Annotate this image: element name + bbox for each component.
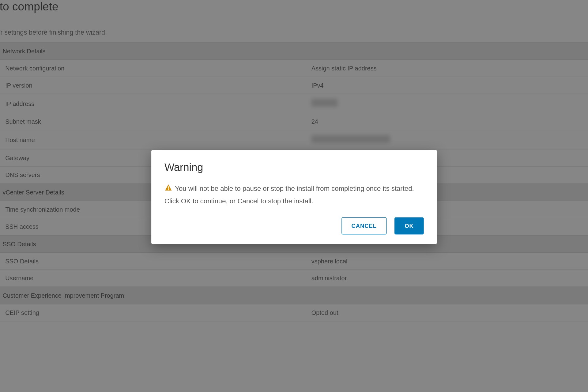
ok-button[interactable]: OK — [394, 217, 424, 235]
warning-icon — [164, 183, 172, 195]
dialog-message: You will not be able to pause or stop th… — [164, 185, 414, 205]
svg-rect-0 — [168, 186, 169, 188]
modal-overlay: Warning You will not be able to pause or… — [0, 0, 588, 392]
svg-rect-1 — [168, 189, 169, 190]
warning-dialog: Warning You will not be able to pause or… — [151, 150, 437, 244]
wizard-page: ady to complete iew your settings before… — [0, 0, 588, 392]
dialog-actions: CANCEL OK — [164, 217, 424, 235]
cancel-button[interactable]: CANCEL — [341, 217, 387, 235]
dialog-body: You will not be able to pause or stop th… — [164, 182, 424, 207]
dialog-title: Warning — [164, 161, 424, 174]
